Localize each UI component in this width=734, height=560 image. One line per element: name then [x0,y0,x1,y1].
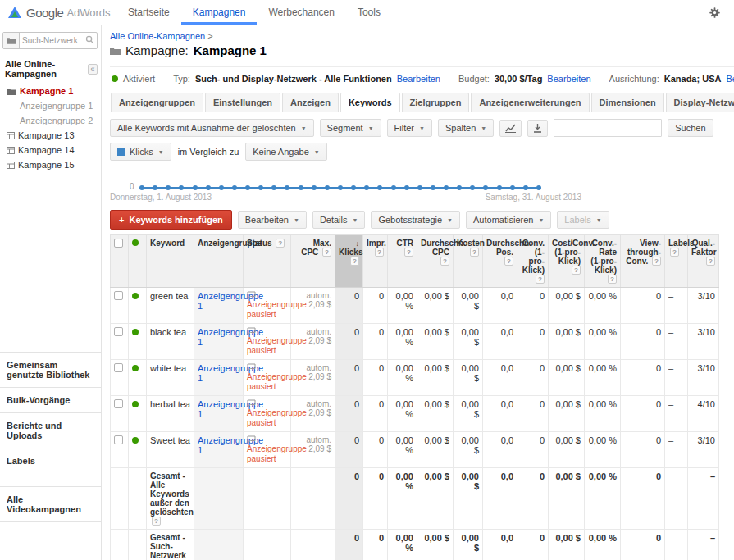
help-icon[interactable]: ? [350,257,359,266]
sidebar-item-kampagne-14[interactable]: Kampagne 14 [0,143,101,157]
enabled-status-icon[interactable] [132,293,139,299]
enabled-status-icon[interactable] [132,401,139,407]
help-icon[interactable]: ? [440,257,449,266]
row-checkbox[interactable] [114,327,123,336]
enabled-status-icon[interactable] [132,365,139,371]
row-checkbox[interactable] [114,399,123,408]
table-row: green tea Anzeigengruppe 1 Anzeigengrupp… [111,288,719,324]
col-cost-conv[interactable]: Cost/Conv. (1-pro-Klick) ? [549,235,585,288]
nav-werbechancen[interactable]: Werbechancen [257,0,346,25]
tab-anzeigen[interactable]: Anzeigen [282,93,339,112]
enabled-status-icon[interactable] [132,437,139,444]
nav-tools[interactable]: Tools [346,0,392,25]
add-keywords-button[interactable]: Keywords hinzufügen [110,210,232,230]
col-kosten[interactable]: Kosten ? [454,235,483,288]
cell-conv: 0 [517,396,549,432]
edit-budget-link[interactable]: Bearbeiten [547,74,590,84]
cell-vtc: 0 [621,396,665,432]
chart-point [351,185,356,190]
col-max-cpc[interactable]: Max. CPC ? [291,235,335,288]
spalten-dropdown[interactable]: Spalten▼ [438,119,494,137]
sidebar-item-bulk-vorgaenge[interactable]: Bulk-Vorgänge [0,387,101,412]
bearbeiten-dropdown[interactable]: Bearbeiten▼ [238,211,307,229]
row-checkbox[interactable] [114,435,123,444]
search-icon[interactable] [85,35,94,46]
campaign-grid-icon [7,147,15,154]
sidebar-item-kampagne-13[interactable]: Kampagne 13 [0,128,101,143]
col-conv[interactable]: Conv. (1-pro-Klick) ? [517,235,549,288]
edit-type-link[interactable]: Bearbeiten [397,74,440,84]
help-icon[interactable]: ? [572,266,581,275]
select-all-header[interactable] [111,235,129,288]
sidebar-item-kampagne-1[interactable]: Kampagne 1 [0,84,101,98]
enabled-status-icon[interactable] [112,75,118,82]
sidebar-item-berichte-uploads[interactable]: Berichte und Uploads [0,412,101,448]
segment-dropdown[interactable]: Segment▼ [320,119,381,137]
tab-keywords[interactable]: Keywords [340,93,400,112]
compare-metric-dropdown[interactable]: Keine Angabe▼ [245,143,326,161]
col-keyword[interactable]: Keyword [147,235,194,288]
col-anzeigengruppe[interactable]: Anzeigengruppe [194,235,244,288]
search-input[interactable] [20,36,85,45]
labels-dropdown[interactable]: Labels▼ [557,211,609,229]
col-view-through-conv[interactable]: View-through-Conv. ? [621,235,665,288]
details-dropdown[interactable]: Details▼ [312,211,366,229]
help-icon[interactable]: ? [504,257,513,266]
sidebar-item-gemeinsame-bibliothek[interactable]: Gemeinsam genutzte Bibliothek [0,352,101,387]
gear-icon[interactable] [709,7,721,19]
google-adwords-logo: Google AdWords [0,0,116,25]
metric-dropdown[interactable]: Klicks▼ [110,143,171,161]
col-status[interactable]: Status ? [244,235,291,288]
tab-display-netzwerk[interactable]: Display-Netzwerk [666,93,734,112]
nav-kampagnen[interactable]: Kampagnen [181,0,258,25]
help-icon[interactable]: ? [276,239,285,248]
col-klicks-sorted[interactable]: Klicks ? [335,235,363,288]
help-icon[interactable]: ? [608,275,617,284]
sidebar-item-videokampagnen[interactable]: Alle Videokampagnen [0,486,101,522]
edit-targeting-link[interactable]: Bearbeiten [726,74,734,84]
col-ctr[interactable]: CTR ? [388,235,417,288]
help-icon[interactable]: ? [470,248,479,257]
gebotsstrategie-dropdown[interactable]: Gebotsstrategie▼ [371,211,460,229]
row-checkbox[interactable] [114,363,123,372]
folder-filter-button[interactable] [3,33,20,48]
sidebar-item-anzeigengruppe-2[interactable]: Anzeigengruppe 2 [0,113,101,128]
select-all-checkbox[interactable] [114,239,123,248]
chart-point [497,185,502,190]
collapse-sidebar-icon[interactable]: « [88,64,98,75]
summary-label: Gesamt - Such-Netzwerk [150,533,186,560]
col-qual-faktor[interactable]: Qual.-Faktor ? [688,235,719,288]
keywords-filter-dropdown[interactable]: Alle Keywords mit Ausnahme der gelöschte… [110,119,314,137]
help-icon[interactable]: ? [152,517,161,526]
help-icon[interactable]: ? [322,248,331,257]
col-impr[interactable]: Impr. ? [363,235,388,288]
cell-conv-rate: 0,00 % [585,360,621,396]
col-durchschn-cpc[interactable]: Durchschn. CPC ? [417,235,454,288]
col-durchschn-pos[interactable]: Durchschn. Pos. ? [483,235,517,288]
enabled-status-icon[interactable] [132,329,139,335]
sidebar-item-labels[interactable]: Labels [0,448,101,473]
chart-toggle-button[interactable] [499,120,522,137]
help-icon[interactable]: ? [652,257,661,266]
help-icon[interactable]: ? [706,257,715,266]
help-icon[interactable]: ? [536,275,545,284]
row-checkbox[interactable] [114,291,123,300]
automatisieren-dropdown[interactable]: Automatisieren▼ [466,211,551,229]
tab-anzeigengruppen[interactable]: Anzeigengruppen [111,93,203,112]
breadcrumb-link[interactable]: Alle Online-Kampagnen [110,31,205,41]
tab-einstellungen[interactable]: Einstellungen [205,93,280,112]
filter-dropdown[interactable]: Filter▼ [387,119,432,137]
suchen-button[interactable]: Suchen [668,119,713,137]
col-labels[interactable]: Labels ? [665,235,688,288]
tab-zielgruppen[interactable]: Zielgruppen [402,93,470,112]
table-search-input[interactable] [554,119,662,137]
sidebar-item-anzeigengruppe-1[interactable]: Anzeigengruppe 1 [0,98,101,113]
sidebar-item-kampagne-15[interactable]: Kampagne 15 [0,157,101,172]
help-icon[interactable]: ? [375,248,384,257]
tab-dimensionen[interactable]: Dimensionen [591,93,664,112]
tab-anzeigenerweiterungen[interactable]: Anzeigenerweiterungen [471,93,589,112]
help-icon[interactable]: ? [670,248,679,257]
help-icon[interactable]: ? [404,248,413,257]
nav-startseite[interactable]: Startseite [116,0,181,25]
download-button[interactable] [527,120,548,137]
